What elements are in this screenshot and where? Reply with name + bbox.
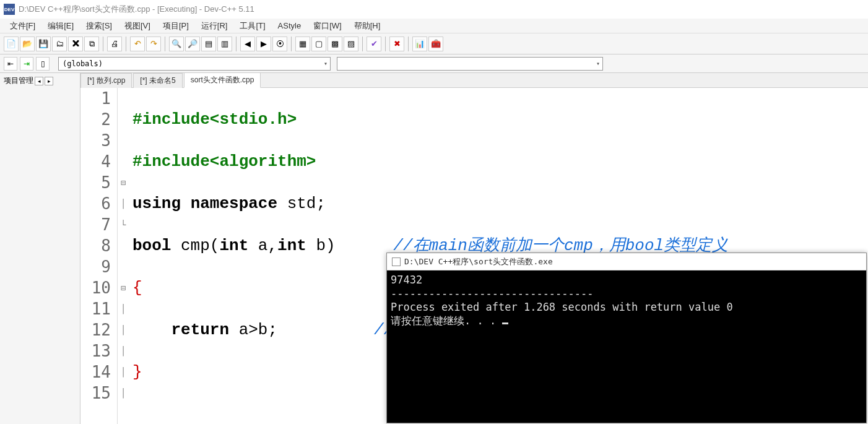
tab-file-3-active[interactable]: sort头文件函数.cpp [184,72,261,88]
console-window[interactable]: D:\DEV C++程序\sort头文件函数.exe 97432 -------… [386,253,867,423]
nav-mark-icon[interactable]: ⦿ [272,37,287,51]
menu-tools[interactable]: 工具[T] [233,19,271,33]
rebuild-icon[interactable]: ▨ [344,37,358,51]
console-title-text: D:\DEV C++程序\sort头文件函数.exe [404,256,553,267]
menu-help[interactable]: 帮助[H] [348,19,387,33]
menu-run[interactable]: 运行[R] [195,19,234,33]
app-icon: DEV [4,4,15,15]
line-gutter: 1 2 3 4 5 6 7 8 9 10 11 12 13 14 15 [80,88,118,424]
compile-icon[interactable]: ▦ [295,37,310,51]
globals-row: ⇤ ⇥ ▯ (globals) ▾ ▾ [0,54,868,73]
fold-icon[interactable]: ⊟ [118,172,129,193]
bookmark-icon[interactable]: ▤ [201,37,216,51]
toolbar: 📄 📂 💾 🗂 🗙 ⧉ 🖨 ↶ ↷ 🔍 🔎 ▤ ▥ ◀ ▶ ⦿ ▦ ▢ ▩ ▨ … [0,33,868,54]
close-all-icon[interactable]: ⧉ [84,37,99,51]
find-icon[interactable]: 🔍 [169,37,184,51]
menu-project[interactable]: 项目[P] [157,19,195,33]
editor-tabbar: [*] 散列.cpp [*] 未命名5 sort头文件函数.cpp [80,73,868,88]
new-file-icon[interactable]: 📄 [4,37,19,51]
menu-search[interactable]: 搜索[S] [80,19,118,33]
nav3-icon[interactable]: ▯ [36,57,50,71]
nav-fwd-icon[interactable]: ▶ [256,37,271,51]
nav-back-icon[interactable]: ◀ [240,37,255,51]
console-output: 97432 -------------------------------- P… [387,270,866,330]
profile-icon[interactable]: 📊 [412,37,427,51]
sidebar-label: 项目管理 [4,76,33,86]
nav1-icon[interactable]: ⇤ [4,57,17,71]
console-icon [392,257,401,266]
menu-window[interactable]: 窗口[W] [307,19,348,33]
undo-icon[interactable]: ↶ [130,37,145,51]
tab-file-2[interactable]: [*] 未命名5 [133,73,182,88]
redo-icon[interactable]: ↷ [146,37,161,51]
run-icon[interactable]: ▢ [311,37,326,51]
sidebar-next-icon[interactable]: ▸ [45,77,53,85]
tools-icon[interactable]: 🧰 [428,37,443,51]
sidebar-prev-icon[interactable]: ◂ [35,77,43,85]
fold-icon[interactable]: ⊟ [118,277,129,298]
save-icon[interactable]: 💾 [36,37,51,51]
tab-file-1[interactable]: [*] 散列.cpp [80,73,132,88]
globals-dropdown[interactable]: (globals) ▾ [58,57,331,71]
menu-astyle[interactable]: AStyle [272,19,308,32]
menu-view[interactable]: 视图[V] [118,19,157,33]
window-titlebar: DEV D:\DEV C++程序\sort头文件函数.cpp - [Execut… [0,0,868,19]
chevron-down-icon: ▾ [596,60,600,67]
menu-file[interactable]: 文件[F] [4,19,41,33]
console-titlebar[interactable]: D:\DEV C++程序\sort头文件函数.exe [387,253,866,270]
open-icon[interactable]: 📂 [20,37,35,51]
goto-icon[interactable]: ▥ [217,37,232,51]
debug-check-icon[interactable]: ✔ [367,37,381,51]
nav2-icon[interactable]: ⇥ [20,57,33,71]
menu-edit[interactable]: 编辑[E] [41,19,80,33]
menubar: 文件[F] 编辑[E] 搜索[S] 视图[V] 项目[P] 运行[R] 工具[T… [0,19,868,33]
stop-icon[interactable]: ✖ [389,37,404,51]
window-title: D:\DEV C++程序\sort头文件函数.cpp - [Executing]… [19,4,254,15]
print-icon[interactable]: 🖨 [107,37,122,51]
cursor-icon [502,322,508,324]
replace-icon[interactable]: 🔎 [185,37,200,51]
fold-column: ⊟ │ └ ⊟ │││││ [118,88,129,424]
close-icon[interactable]: 🗙 [68,37,83,51]
symbols-dropdown[interactable]: ▾ [337,57,603,71]
sidebar: 项目管理 ◂ ▸ [0,73,80,424]
globals-value: (globals) [63,59,103,68]
compile-run-icon[interactable]: ▩ [328,37,342,51]
chevron-down-icon: ▾ [324,60,328,67]
save-all-icon[interactable]: 🗂 [52,37,67,51]
